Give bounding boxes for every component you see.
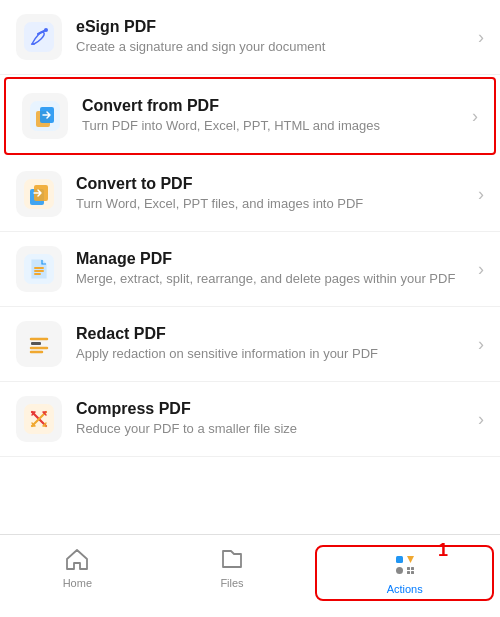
compress-chevron: › xyxy=(478,409,484,430)
tab-files[interactable]: Files xyxy=(155,545,310,589)
esign-chevron: › xyxy=(478,27,484,48)
redact-chevron: › xyxy=(478,334,484,355)
convert-from-text: Convert from PDF Turn PDF into Word, Exc… xyxy=(82,97,464,135)
content-area: 2 eSign PDF Create a signature and sign … xyxy=(0,0,500,534)
convert-to-icon-wrapper xyxy=(16,171,62,217)
tab-actions[interactable]: Actions xyxy=(315,545,494,601)
tab-home[interactable]: Home xyxy=(0,545,155,589)
esign-title: eSign PDF xyxy=(76,18,470,36)
menu-item-redact[interactable]: Redact PDF Apply redaction on sensitive … xyxy=(0,307,500,382)
convert-from-desc: Turn PDF into Word, Excel, PPT, HTML and… xyxy=(82,118,464,135)
svg-rect-22 xyxy=(396,567,403,574)
svg-point-1 xyxy=(44,28,48,32)
manage-desc: Merge, extract, split, rearrange, and de… xyxy=(76,271,470,288)
manage-title: Manage PDF xyxy=(76,250,470,268)
manage-text: Manage PDF Merge, extract, split, rearra… xyxy=(76,250,470,288)
redact-icon xyxy=(24,329,54,359)
convert-to-text: Convert to PDF Turn Word, Excel, PPT fil… xyxy=(76,175,470,213)
convert-from-icon xyxy=(30,101,60,131)
compress-icon xyxy=(24,404,54,434)
tab-files-label: Files xyxy=(220,577,243,589)
badge-1: 1 xyxy=(438,540,448,561)
compress-text: Compress PDF Reduce your PDF to a smalle… xyxy=(76,400,470,438)
convert-from-title: Convert from PDF xyxy=(82,97,464,115)
esign-icon-wrapper xyxy=(16,14,62,60)
manage-chevron: › xyxy=(478,259,484,280)
redact-text: Redact PDF Apply redaction on sensitive … xyxy=(76,325,470,363)
manage-icon xyxy=(24,254,54,284)
tab-bar: Home Files Actions xyxy=(0,534,500,617)
compress-icon-wrapper xyxy=(16,396,62,442)
files-icon xyxy=(218,545,246,573)
esign-icon xyxy=(24,22,54,52)
compress-title: Compress PDF xyxy=(76,400,470,418)
convert-to-icon xyxy=(24,179,54,209)
esign-desc: Create a signature and sign your documen… xyxy=(76,39,470,56)
convert-to-desc: Turn Word, Excel, PPT files, and images … xyxy=(76,196,470,213)
manage-icon-wrapper xyxy=(16,246,62,292)
esign-text: eSign PDF Create a signature and sign yo… xyxy=(76,18,470,56)
home-icon xyxy=(63,545,91,573)
svg-rect-0 xyxy=(24,22,54,52)
convert-from-icon-wrapper xyxy=(22,93,68,139)
menu-item-convert-from[interactable]: Convert from PDF Turn PDF into Word, Exc… xyxy=(4,77,496,155)
redact-title: Redact PDF xyxy=(76,325,470,343)
convert-to-chevron: › xyxy=(478,184,484,205)
svg-rect-25 xyxy=(407,571,410,574)
svg-rect-20 xyxy=(396,556,403,563)
compress-desc: Reduce your PDF to a smaller file size xyxy=(76,421,470,438)
svg-rect-14 xyxy=(31,342,41,345)
tab-home-label: Home xyxy=(63,577,92,589)
tab-actions-label: Actions xyxy=(387,583,423,595)
redact-desc: Apply redaction on sensitive information… xyxy=(76,346,470,363)
menu-item-convert-to[interactable]: Convert to PDF Turn Word, Excel, PPT fil… xyxy=(0,157,500,232)
redact-icon-wrapper xyxy=(16,321,62,367)
svg-rect-26 xyxy=(411,571,414,574)
menu-item-esign[interactable]: eSign PDF Create a signature and sign yo… xyxy=(0,0,500,75)
actions-icon xyxy=(391,551,419,579)
convert-from-chevron: › xyxy=(472,106,478,127)
menu-item-compress[interactable]: Compress PDF Reduce your PDF to a smalle… xyxy=(0,382,500,457)
convert-to-title: Convert to PDF xyxy=(76,175,470,193)
menu-item-manage[interactable]: Manage PDF Merge, extract, split, rearra… xyxy=(0,232,500,307)
svg-marker-21 xyxy=(407,556,414,563)
svg-rect-23 xyxy=(407,567,410,570)
svg-rect-24 xyxy=(411,567,414,570)
